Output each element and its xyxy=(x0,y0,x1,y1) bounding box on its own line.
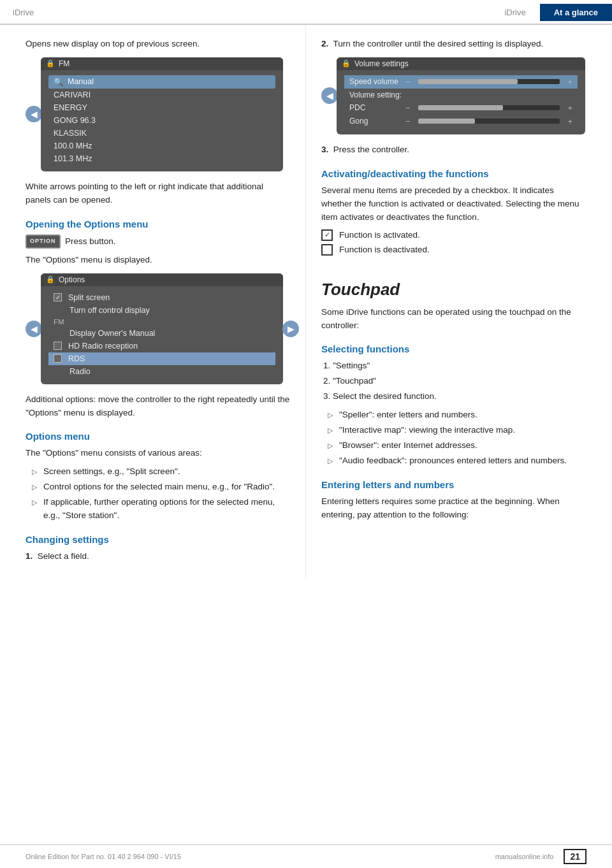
func-activated-row: Function is activated. xyxy=(321,229,586,241)
speed-volume-bar xyxy=(418,79,560,84)
fm-row-klassik: KLASSIK xyxy=(48,127,275,140)
fm-row-101mhz: 101.3 MHz xyxy=(48,152,275,165)
options-row-radio: Radio xyxy=(48,365,275,378)
volume-screen: 🔒 Volume settings Speed volume − + Volum… xyxy=(337,57,585,134)
option-button[interactable]: OPTION xyxy=(26,235,61,249)
step3-text: 3. Press the controller. xyxy=(321,143,586,157)
lock-icon: 🔒 xyxy=(46,59,55,68)
options-lock-icon: 🔒 xyxy=(46,275,55,284)
options-nav-right-icon[interactable]: ▶ xyxy=(282,321,299,337)
fm-title: FM xyxy=(59,59,69,68)
hdradio-checkbox xyxy=(54,342,62,350)
options-row-manual: Display Owner's Manual xyxy=(48,327,275,340)
activating-heading: Activating/deactivating the functions xyxy=(321,168,586,179)
volume-lock-icon: 🔒 xyxy=(342,59,351,68)
options-displayed-text: The "Options" menu is displayed. xyxy=(26,254,290,267)
options-menu-heading: Options menu xyxy=(26,431,290,442)
tab-at-a-glance[interactable]: At a glance xyxy=(540,4,612,21)
fm-row-100mhz: 100.0 MHz xyxy=(48,140,275,152)
nav-left-icon[interactable]: ◀ xyxy=(26,106,42,122)
selecting-sub-list: "Speller": enter letters and numbers. "I… xyxy=(328,409,586,468)
search-icon: 🔍 xyxy=(54,77,64,87)
pdc-volume-bar xyxy=(418,105,560,110)
options-row-hdradio: HD Radio reception xyxy=(48,340,275,352)
options-menu-list: Screen settings, e.g., "Split screen". C… xyxy=(32,465,290,523)
gong-volume-bar xyxy=(418,119,560,124)
intro-text: Opens new display on top of previous scr… xyxy=(26,38,290,51)
func-activated-label: Function is activated. xyxy=(339,230,420,240)
white-arrows-text: White arrows pointing to the left or rig… xyxy=(26,180,290,207)
volume-title: Volume settings xyxy=(354,59,409,68)
options-title-bar: 🔒 Options xyxy=(41,273,283,286)
activated-checkbox-icon xyxy=(321,229,333,241)
options-title: Options xyxy=(59,275,85,284)
page-header: iDrive iDrive At a glance xyxy=(0,0,612,25)
selecting-functions-heading: Selecting functions xyxy=(321,344,586,354)
fm-screen: 🔒 FM 🔍 Manual CARIVARI ENERGY GONG 96.3 … xyxy=(41,57,283,171)
entering-text: Entering letters requires some practice … xyxy=(321,495,586,522)
options-nav-left-icon[interactable]: ◀ xyxy=(26,321,42,337)
volume-row-pdc: PDC − + xyxy=(344,101,578,115)
options-screen-wrapper: ◀ 🔒 Options Split screen Turn off contro… xyxy=(26,273,290,384)
list-item: "Interactive map": viewing the interacti… xyxy=(328,424,586,437)
volume-nav-left-icon[interactable]: ◀ xyxy=(321,87,338,104)
list-item: "Speller": enter letters and numbers. xyxy=(328,409,586,422)
volume-screen-wrapper: ◀ 🔒 Volume settings Speed volume − + Vol… xyxy=(321,57,586,134)
fm-screen-wrapper: ◀ 🔒 FM 🔍 Manual CARIVARI ENERGY GONG 96.… xyxy=(26,57,290,171)
func-deactivated-label: Function is deactivated. xyxy=(339,245,430,254)
activating-text: Several menu items are preceded by a che… xyxy=(321,184,586,224)
press-button-text: OPTION Press button. xyxy=(26,235,290,249)
page-number: 21 xyxy=(564,849,586,864)
options-row-rds: RDS xyxy=(48,352,275,365)
list-item: "Audio feedback": pronounces entered let… xyxy=(328,454,586,468)
options-screen: 🔒 Options Split screen Turn off control … xyxy=(41,273,283,384)
additional-options-text: Additional options: move the controller … xyxy=(26,393,290,420)
options-row-split: Split screen xyxy=(48,291,275,304)
fm-title-bar: 🔒 FM xyxy=(41,57,283,70)
touchpad-intro: Some iDrive functions can be operated us… xyxy=(321,306,586,333)
volume-row-gong: Gong − + xyxy=(344,115,578,128)
options-menu-text: The "Options" menu consists of various a… xyxy=(26,447,290,460)
selecting-steps-list: "Settings" "Touchpad" Select the desired… xyxy=(333,359,586,403)
step2-text: 2. Turn the controller until the desired… xyxy=(321,38,586,51)
fm-row-manual: 🔍 Manual xyxy=(48,75,275,89)
deactivated-checkbox-icon xyxy=(321,244,333,256)
split-checkbox xyxy=(54,293,62,301)
touchpad-heading: Touchpad xyxy=(321,273,586,300)
volume-setting-label: Volume setting: xyxy=(344,89,578,101)
options-row-turnoff: Turn off control display xyxy=(48,304,275,317)
func-deactivated-row: Function is deactivated. xyxy=(321,244,586,256)
fm-row-energy: ENERGY xyxy=(48,101,275,114)
changing-settings-heading: Changing settings xyxy=(26,534,290,545)
brand-label: iDrive xyxy=(0,8,490,17)
main-content: Opens new display on top of previous scr… xyxy=(0,25,612,581)
list-item: Select the desired function. xyxy=(333,390,586,403)
list-item: "Settings" xyxy=(333,359,586,373)
volume-title-bar: 🔒 Volume settings xyxy=(337,57,585,70)
footer-citation: Online Edition for Part no. 01 40 2 964 … xyxy=(26,853,181,860)
opening-options-heading: Opening the Options menu xyxy=(26,219,290,229)
entering-heading: Entering letters and numbers xyxy=(321,479,586,490)
fm-row-carivari: CARIVARI xyxy=(48,89,275,101)
options-section-fm: FM xyxy=(48,317,275,327)
rds-checkbox xyxy=(54,354,62,363)
list-item: Screen settings, e.g., "Split screen". xyxy=(32,465,290,479)
page-footer: Online Edition for Part no. 01 40 2 964 … xyxy=(0,844,612,868)
left-column: Opens new display on top of previous scr… xyxy=(0,25,306,581)
header-tabs: iDrive At a glance xyxy=(490,4,612,21)
tab-idrive[interactable]: iDrive xyxy=(490,4,539,21)
list-item: "Browser": enter Internet addresses. xyxy=(328,439,586,452)
right-column: 2. Turn the controller until the desired… xyxy=(306,25,612,581)
footer-source: manualsonline.info xyxy=(495,853,554,860)
list-item: "Touchpad" xyxy=(333,375,586,388)
list-item: Control options for the selected main me… xyxy=(32,481,290,494)
step1-text: 1. Select a field. xyxy=(26,550,290,563)
volume-row-speed: Speed volume − + xyxy=(344,75,578,89)
fm-row-gong: GONG 96.3 xyxy=(48,114,275,127)
list-item: If applicable, further operating options… xyxy=(32,496,290,523)
